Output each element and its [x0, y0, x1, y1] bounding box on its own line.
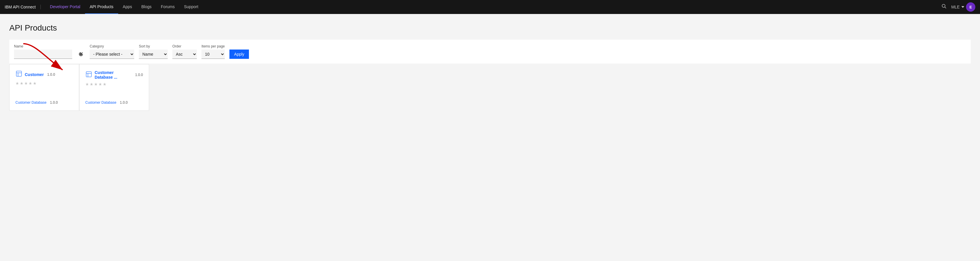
navbar-right: MLE E [940, 2, 975, 12]
product-card-0[interactable]: Customer 1.0.0 ★ ★ ★ ★ ★ Customer Databa… [9, 64, 79, 111]
name-filter-label: Name [14, 44, 72, 48]
user-menu[interactable]: MLE E [951, 2, 975, 12]
product-rating-0: ★ ★ ★ ★ ★ [16, 81, 73, 86]
star-5: ★ [103, 82, 107, 86]
nav-link-developer-portal[interactable]: Developer Portal [45, 0, 85, 14]
star-1: ★ [16, 81, 19, 86]
category-filter-label: Category [90, 44, 134, 48]
product-header-0: Customer 1.0.0 [16, 70, 73, 79]
products-grid: Customer 1.0.0 ★ ★ ★ ★ ★ Customer Databa… [9, 64, 971, 111]
nav-link-blogs[interactable]: Blogs [137, 0, 156, 14]
navbar: IBM API Connect Developer Portal API Pro… [0, 0, 980, 14]
product-rating-1: ★ ★ ★ ★ ★ [85, 82, 143, 86]
filter-group-sort-by: Sort by Name Date Version [139, 44, 168, 59]
nav-link-support[interactable]: Support [179, 0, 203, 14]
product-footer-name-1: Customer Database [85, 100, 116, 105]
svg-rect-3 [86, 72, 91, 77]
product-footer-1: Customer Database 1.0.0 [85, 98, 143, 105]
filter-group-name: Name [14, 44, 72, 59]
filter-group-items-per-page: Items per page 10 25 50 100 [202, 44, 225, 59]
search-button[interactable] [940, 2, 949, 12]
user-avatar: E [966, 2, 975, 12]
name-filter-input[interactable] [14, 49, 72, 59]
nav-link-api-products[interactable]: API Products [85, 0, 118, 14]
star-5: ★ [33, 81, 37, 86]
svg-rect-0 [16, 71, 22, 76]
product-card-1[interactable]: Customer Database ... 1.0.0 ★ ★ ★ ★ ★ Cu… [79, 64, 149, 111]
product-version-0: 1.0.0 [47, 73, 55, 76]
sort-by-filter-select[interactable]: Name Date Version [139, 49, 168, 59]
category-filter-select[interactable]: - Please select - Option 1 Option 2 [90, 49, 134, 59]
refresh-icon [79, 52, 83, 57]
product-footer-version-1: 1.0.0 [120, 100, 128, 105]
items-per-page-label: Items per page [202, 44, 225, 48]
star-4: ★ [99, 82, 102, 86]
product-footer-version-0: 1.0.0 [50, 100, 58, 105]
filter-group-order: Order Asc Desc [172, 44, 197, 59]
items-per-page-select[interactable]: 10 25 50 100 [202, 49, 225, 59]
product-footer-name-0: Customer Database [16, 100, 46, 105]
refresh-button[interactable] [77, 49, 85, 59]
brand-text: IBM API Connect [5, 5, 36, 9]
user-name: MLE [951, 5, 959, 9]
page-title: API Products [9, 23, 971, 33]
navbar-brand: IBM API Connect [5, 5, 36, 9]
navbar-divider [40, 5, 41, 9]
main-content: API Products Name Category - Please sele… [0, 14, 980, 261]
chevron-down-icon [961, 6, 964, 8]
order-filter-label: Order [172, 44, 197, 48]
filter-bar: Name Category - Please select - Option 1… [9, 40, 971, 64]
order-filter-select[interactable]: Asc Desc [172, 49, 197, 59]
star-4: ★ [29, 81, 32, 86]
navbar-links: Developer Portal API Products Apps Blogs… [45, 0, 940, 14]
star-3: ★ [94, 82, 98, 86]
star-1: ★ [85, 82, 89, 86]
product-name-1: Customer Database ... [95, 70, 132, 80]
product-footer-0: Customer Database 1.0.0 [16, 98, 73, 105]
product-icon-1 [85, 71, 92, 79]
nav-link-forums[interactable]: Forums [156, 0, 179, 14]
api-icon-1 [85, 71, 92, 78]
sort-by-filter-label: Sort by [139, 44, 168, 48]
star-3: ★ [24, 81, 28, 86]
search-icon [942, 4, 947, 9]
product-icon-0 [16, 70, 22, 79]
star-2: ★ [90, 82, 94, 86]
nav-link-apps[interactable]: Apps [118, 0, 137, 14]
star-2: ★ [20, 81, 24, 86]
product-header-1: Customer Database ... 1.0.0 [85, 70, 143, 80]
product-name-0: Customer [25, 72, 44, 77]
product-version-1: 1.0.0 [135, 73, 143, 77]
api-icon-0 [16, 70, 22, 77]
apply-button[interactable]: Apply [229, 49, 249, 59]
filter-group-category: Category - Please select - Option 1 Opti… [90, 44, 134, 59]
